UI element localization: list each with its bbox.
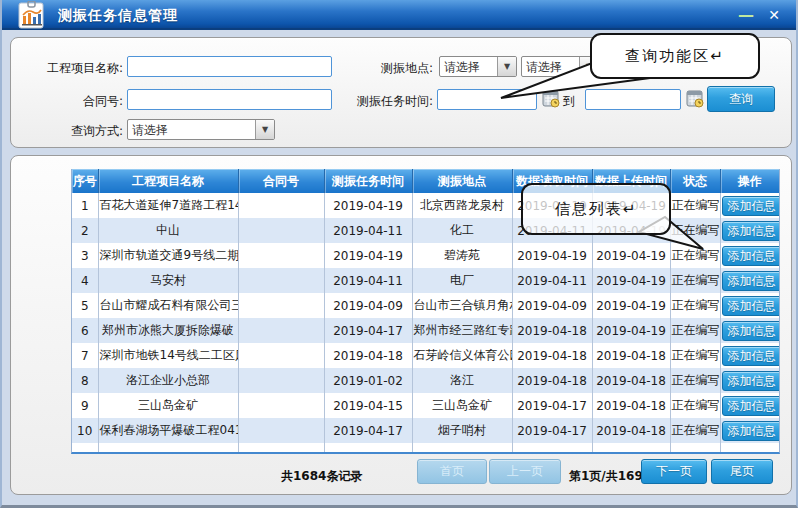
callout-query-area: 查询功能区↵ [590, 33, 760, 79]
cell-empty [72, 443, 98, 452]
query-mode-select[interactable]: 请选择 ▼ [127, 119, 275, 140]
table-body: 1百花大道延伸7道路工程142019-04-19北京西路龙泉村2019-04-1… [72, 193, 779, 452]
calendar-icon[interactable] [541, 88, 561, 109]
add-info-button[interactable]: 添加信息 [722, 371, 780, 391]
first-page-button[interactable]: 首页 [417, 459, 487, 484]
add-info-button[interactable]: 添加信息 [722, 396, 780, 416]
cell-action: 添加信息 [720, 218, 779, 243]
minimize-button[interactable]: — [736, 6, 756, 24]
table-row: 6郑州市冰熊大厦拆除爆破2019-04-17郑州市经三路红专路2019-04-1… [72, 318, 779, 343]
table-filler-row [72, 443, 779, 452]
cell-location: 石芽岭信义体育公园 [412, 343, 512, 368]
add-info-button[interactable]: 添加信息 [722, 271, 780, 291]
column-header: 工程项目名称 [98, 169, 238, 193]
next-page-button[interactable]: 下一页 [641, 459, 707, 484]
cell-location: 碧涛苑 [412, 243, 512, 268]
table-row: 9三山岛金矿2019-04-15三山岛金矿2019-04-172019-04-1… [72, 393, 779, 418]
cell-status: 正在编写 [670, 293, 720, 318]
cell-task_time: 2019-04-17 [324, 318, 412, 343]
cell-read_time: 2019-04-11 [512, 268, 592, 293]
query-mode-select-value: 请选择 [128, 120, 255, 139]
cell-task_time: 2019-04-11 [324, 218, 412, 243]
contract-input[interactable] [127, 89, 332, 110]
table-row: 4马安村2019-04-11电厂2019-04-112019-04-19正在编写… [72, 268, 779, 293]
cell-location: 三山岛金矿 [412, 393, 512, 418]
cell-task_time: 2019-01-02 [324, 368, 412, 393]
chevron-down-icon[interactable]: ▼ [255, 120, 274, 139]
cell-status: 正在编写 [670, 243, 720, 268]
cell-action: 添加信息 [720, 293, 779, 318]
cell-upload_time: 2019-04-19 [592, 318, 670, 343]
app-window: 测振任务信息管理 — ✕ 工程项目名称: 测振地点: 请选择 ▼ 请选择 ▼ 合… [0, 0, 798, 508]
cell-name: 台山市耀成石料有限公司三 [98, 293, 238, 318]
cell-location: 电厂 [412, 268, 512, 293]
column-header: 序号 [72, 169, 98, 193]
cell-empty [324, 443, 412, 452]
add-info-button[interactable]: 添加信息 [722, 221, 780, 241]
cell-contract [238, 218, 324, 243]
cell-location: 北京西路龙泉村 [412, 193, 512, 218]
add-info-button[interactable]: 添加信息 [722, 196, 780, 216]
column-header: 合同号 [238, 169, 324, 193]
cell-read_time: 2019-04-18 [512, 318, 592, 343]
cell-upload_time: 2019-04-18 [592, 368, 670, 393]
location-select-2-value: 请选择 [522, 57, 579, 76]
add-info-button[interactable]: 添加信息 [722, 346, 780, 366]
callout-info-list: 信息列表↵ [521, 183, 671, 235]
cell-seq: 1 [72, 193, 98, 218]
query-mode-label: 查询方式: [23, 123, 123, 140]
task-time-from-input[interactable] [437, 89, 537, 110]
cell-status: 正在编写 [670, 368, 720, 393]
cell-task_time: 2019-04-19 [324, 243, 412, 268]
cell-seq: 3 [72, 243, 98, 268]
cell-upload_time: 2019-04-18 [592, 343, 670, 368]
cell-task_time: 2019-04-11 [324, 268, 412, 293]
cell-contract [238, 393, 324, 418]
cell-read_time: 2019-04-09 [512, 293, 592, 318]
location-select-1[interactable]: 请选择 ▼ [439, 56, 517, 77]
cell-location: 台山市三合镇月角村 [412, 293, 512, 318]
cell-action: 添加信息 [720, 418, 779, 443]
cell-read_time: 2019-04-17 [512, 418, 592, 443]
cell-empty [720, 443, 779, 452]
chevron-down-icon[interactable]: ▼ [497, 57, 516, 76]
table-row: 1百花大道延伸7道路工程142019-04-19北京西路龙泉村2019-04-1… [72, 193, 779, 218]
add-info-button[interactable]: 添加信息 [722, 321, 780, 341]
add-info-button[interactable]: 添加信息 [722, 296, 780, 316]
cell-name: 百花大道延伸7道路工程14 [98, 193, 238, 218]
cell-location: 化工 [412, 218, 512, 243]
cell-name: 三山岛金矿 [98, 393, 238, 418]
cell-upload_time: 2019-04-19 [592, 268, 670, 293]
cell-seq: 7 [72, 343, 98, 368]
total-records-text: 共1684条记录 [281, 468, 362, 485]
cell-task_time: 2019-04-15 [324, 393, 412, 418]
last-page-button[interactable]: 尾页 [711, 459, 773, 484]
task-time-to-input[interactable] [585, 89, 681, 110]
cell-action: 添加信息 [720, 243, 779, 268]
add-info-button[interactable]: 添加信息 [722, 246, 780, 266]
cell-contract [238, 418, 324, 443]
prev-page-button[interactable]: 上一页 [489, 459, 561, 484]
table-row: 3深圳市轨道交通9号线二期2019-04-19碧涛苑2019-04-192019… [72, 243, 779, 268]
location-select-2[interactable]: 请选择 ▼ [521, 56, 599, 77]
close-icon: ✕ [768, 7, 780, 23]
table-header-row: 序号工程项目名称合同号测振任务时间测振地点数据读取时间数据上传时间状态操作 [72, 169, 779, 193]
cell-status: 正在编写 [670, 343, 720, 368]
cell-contract [238, 243, 324, 268]
cell-location: 洛江 [412, 368, 512, 393]
calendar-icon[interactable] [685, 88, 705, 109]
project-name-input[interactable] [127, 56, 332, 77]
table-row: 10保利春湖场平爆破工程0412019-04-17烟子哨村2019-04-172… [72, 418, 779, 443]
add-info-button[interactable]: 添加信息 [722, 421, 780, 441]
cell-status: 正在编写 [670, 193, 720, 218]
search-button[interactable]: 查询 [707, 86, 775, 112]
cell-action: 添加信息 [720, 318, 779, 343]
cell-location: 烟子哨村 [412, 418, 512, 443]
column-header: 测振任务时间 [324, 169, 412, 193]
cell-status: 正在编写 [670, 268, 720, 293]
close-button[interactable]: ✕ [764, 6, 784, 24]
cell-read_time: 2019-04-19 [512, 243, 592, 268]
cell-action: 添加信息 [720, 193, 779, 218]
cell-seq: 5 [72, 293, 98, 318]
cell-seq: 10 [72, 418, 98, 443]
